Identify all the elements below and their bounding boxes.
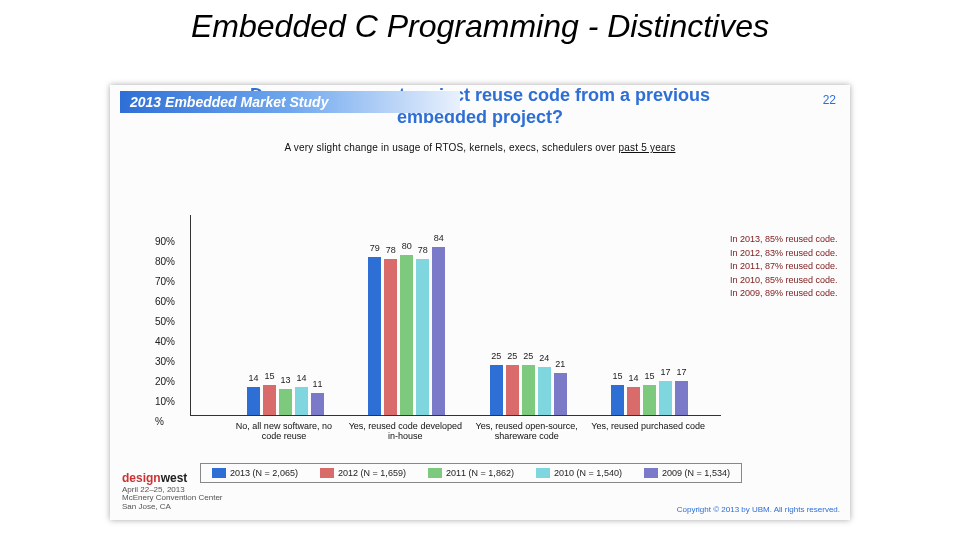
annotation-line: In 2013, 85% reused code. <box>730 233 838 247</box>
bar-value-label: 25 <box>523 351 533 361</box>
bar: 79 <box>368 257 381 415</box>
legend-swatch <box>644 468 658 478</box>
bar: 80 <box>400 255 413 415</box>
bar: 21 <box>554 373 567 415</box>
bar-value-label: 17 <box>661 367 671 377</box>
y-tick: 40% <box>155 336 175 347</box>
bar-value-label: 15 <box>264 371 274 381</box>
bar-value-label: 78 <box>386 245 396 255</box>
category-label: Yes, reused purchased code <box>590 415 707 431</box>
bar-group: 2525252421 <box>488 365 568 415</box>
bar-value-label: 78 <box>418 245 428 255</box>
legend-label: 2009 (N = 1,534) <box>662 468 730 478</box>
bar: 25 <box>490 365 503 415</box>
bar: 11 <box>311 393 324 415</box>
annotations: In 2013, 85% reused code.In 2012, 83% re… <box>730 233 838 301</box>
page-title: Embedded C Programming - Distinctives <box>0 8 960 45</box>
y-tick: % <box>155 416 164 427</box>
bar-chart: %10%20%30%40%50%60%70%80%90%1415131411No… <box>190 215 721 416</box>
bar-value-label: 21 <box>555 359 565 369</box>
bar: 14 <box>627 387 640 415</box>
bar-group: 7978807884 <box>367 247 447 415</box>
legend-swatch <box>536 468 550 478</box>
bar: 25 <box>506 365 519 415</box>
legend-label: 2013 (N = 2,065) <box>230 468 298 478</box>
logo-brand-left: design <box>122 471 161 485</box>
bar-value-label: 17 <box>677 367 687 377</box>
annotation-line: In 2011, 87% reused code. <box>730 260 838 274</box>
banner-year: 2013 <box>130 94 161 110</box>
logo-brand-right: west <box>161 471 188 485</box>
category-label: Yes, reused open-source, shareware code <box>468 415 585 442</box>
legend: 2013 (N = 2,065)2012 (N = 1,659)2011 (N … <box>200 463 742 483</box>
bar: 78 <box>416 259 429 415</box>
bar: 15 <box>263 385 276 415</box>
bar-value-label: 14 <box>296 373 306 383</box>
bar: 17 <box>675 381 688 415</box>
banner-rest: Embedded Market Study <box>161 94 328 110</box>
y-tick: 10% <box>155 396 175 407</box>
bar-value-label: 79 <box>370 243 380 253</box>
bar-value-label: 15 <box>645 371 655 381</box>
legend-swatch <box>428 468 442 478</box>
y-tick: 60% <box>155 296 175 307</box>
bar-value-label: 11 <box>312 379 322 389</box>
subtitle-underlined: past 5 years <box>619 142 676 153</box>
bar-value-label: 14 <box>248 373 258 383</box>
bar-value-label: 15 <box>613 371 623 381</box>
y-tick: 30% <box>155 356 175 367</box>
bar-value-label: 25 <box>507 351 517 361</box>
bar: 24 <box>538 367 551 415</box>
legend-swatch <box>320 468 334 478</box>
copyright: Copyright © 2013 by UBM. All rights rese… <box>677 505 840 514</box>
legend-item: 2011 (N = 1,862) <box>428 468 514 478</box>
banner: 2013 Embedded Market Study <box>120 91 460 113</box>
bar: 14 <box>295 387 308 415</box>
category-label: Yes, reused code developed in-house <box>347 415 464 442</box>
bar: 84 <box>432 247 445 415</box>
y-tick: 90% <box>155 236 175 247</box>
legend-item: 2013 (N = 2,065) <box>212 468 298 478</box>
bar: 78 <box>384 259 397 415</box>
bar-value-label: 13 <box>280 375 290 385</box>
logo-line-4: San Jose, CA <box>122 503 223 512</box>
logo-brand: designwest <box>122 472 223 485</box>
bar-value-label: 24 <box>539 353 549 363</box>
annotation-line: In 2009, 89% reused code. <box>730 287 838 301</box>
y-tick: 20% <box>155 376 175 387</box>
bar: 15 <box>611 385 624 415</box>
bar-value-label: 80 <box>402 241 412 251</box>
logo: designwest April 22–25, 2013 McEnery Con… <box>122 472 223 512</box>
bar: 17 <box>659 381 672 415</box>
bar-value-label: 25 <box>491 351 501 361</box>
annotation-line: In 2012, 83% reused code. <box>730 247 838 261</box>
bar: 13 <box>279 389 292 415</box>
bar: 15 <box>643 385 656 415</box>
y-tick: 70% <box>155 276 175 287</box>
bar-value-label: 14 <box>629 373 639 383</box>
subtitle-pre: A very slight change in usage of RTOS, k… <box>285 142 619 153</box>
y-tick: 50% <box>155 316 175 327</box>
y-tick: 80% <box>155 256 175 267</box>
bar-group: 1415131411 <box>245 385 325 415</box>
bar-value-label: 84 <box>434 233 444 243</box>
bar: 25 <box>522 365 535 415</box>
bar-group: 1514151717 <box>610 381 690 415</box>
legend-label: 2011 (N = 1,862) <box>446 468 514 478</box>
annotation-line: In 2010, 85% reused code. <box>730 274 838 288</box>
legend-label: 2010 (N = 1,540) <box>554 468 622 478</box>
slide-container: 2013 Embedded Market Study 22 Does your … <box>110 85 850 520</box>
legend-item: 2010 (N = 1,540) <box>536 468 622 478</box>
category-label: No, all new software, no code reuse <box>225 415 342 442</box>
legend-item: 2009 (N = 1,534) <box>644 468 730 478</box>
bar: 14 <box>247 387 260 415</box>
page-number: 22 <box>823 93 836 107</box>
legend-label: 2012 (N = 1,659) <box>338 468 406 478</box>
legend-item: 2012 (N = 1,659) <box>320 468 406 478</box>
chart-subtitle: A very slight change in usage of RTOS, k… <box>110 142 850 153</box>
